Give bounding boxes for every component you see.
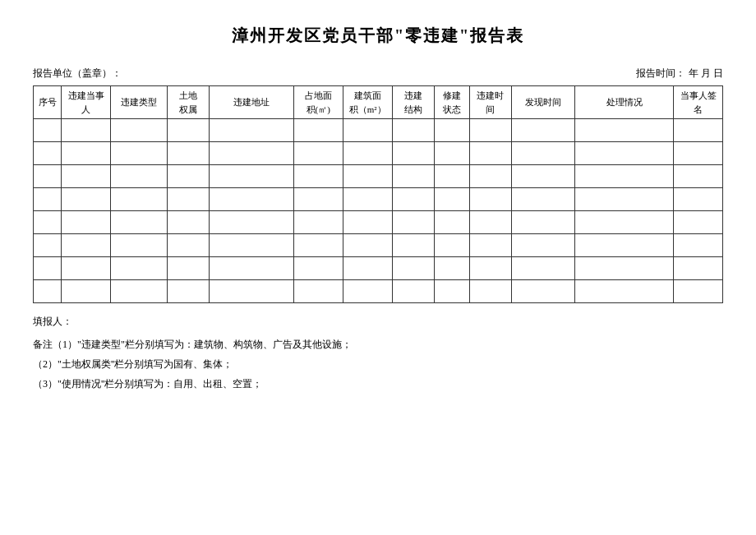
table-cell <box>343 188 392 211</box>
table-cell <box>167 119 209 142</box>
table-cell <box>293 211 343 234</box>
page: 漳州开发区党员干部"零违建"报告表 报告单位（盖章）： 报告时间： 年 月 日 … <box>0 0 756 535</box>
table-cell <box>111 280 167 303</box>
table-cell <box>434 165 469 188</box>
table-cell <box>293 188 343 211</box>
table-cell <box>34 165 62 188</box>
table-cell <box>343 119 392 142</box>
table-cell <box>34 280 62 303</box>
table-row <box>34 257 723 280</box>
table-cell <box>575 257 674 280</box>
col-found-time: 发现时间 <box>512 86 575 119</box>
report-unit: 报告单位（盖章）： <box>33 67 122 81</box>
table-cell <box>434 188 469 211</box>
table-cell <box>674 119 723 142</box>
table-cell <box>674 142 723 165</box>
table-cell <box>62 257 111 280</box>
table-cell <box>210 119 294 142</box>
report-time-label: 报告时间： <box>636 67 685 81</box>
table-cell <box>674 211 723 234</box>
table-row <box>34 188 723 211</box>
table-cell <box>111 234 167 257</box>
table-cell <box>293 280 343 303</box>
table-cell <box>293 234 343 257</box>
table-cell <box>469 165 511 188</box>
table-cell <box>434 119 469 142</box>
table-cell <box>674 234 723 257</box>
table-cell <box>392 280 434 303</box>
table-cell <box>512 257 575 280</box>
table-cell <box>167 211 209 234</box>
table-cell <box>34 119 62 142</box>
report-time-value: 年 月 日 <box>689 67 723 81</box>
table-cell <box>167 257 209 280</box>
note3: （3）"使用情况''栏分别填写为：自用、出租、空置； <box>33 374 723 394</box>
table-cell <box>34 234 62 257</box>
col-address: 违建地址 <box>210 86 294 119</box>
table-row <box>34 119 723 142</box>
table-cell <box>167 280 209 303</box>
footer-section: 填报人： 备注（1）"违建类型"栏分别填写为：建筑物、构筑物、广告及其他设施； … <box>33 311 723 394</box>
table-cell <box>34 142 62 165</box>
table-cell <box>62 119 111 142</box>
table-cell <box>575 211 674 234</box>
table-cell <box>469 257 511 280</box>
table-row <box>34 211 723 234</box>
table-cell <box>343 165 392 188</box>
col-struct: 违建结构 <box>392 86 434 119</box>
col-sign: 当事人签名 <box>674 86 723 119</box>
table-cell <box>469 280 511 303</box>
table-cell <box>167 234 209 257</box>
table-cell <box>392 188 434 211</box>
table-cell <box>62 234 111 257</box>
table-cell <box>293 119 343 142</box>
table-cell <box>111 119 167 142</box>
table-cell <box>469 142 511 165</box>
table-cell <box>434 234 469 257</box>
table-row <box>34 234 723 257</box>
table-cell <box>434 211 469 234</box>
col-build-time: 违建时间 <box>469 86 511 119</box>
table-cell <box>392 234 434 257</box>
col-person: 违建当事人 <box>62 86 111 119</box>
col-area1: 占地面积(㎡) <box>293 86 343 119</box>
table-cell <box>343 234 392 257</box>
table-cell <box>34 188 62 211</box>
table-cell <box>434 142 469 165</box>
table-cell <box>210 188 294 211</box>
table-cell <box>575 234 674 257</box>
table-cell <box>512 119 575 142</box>
table-header-row: 序号 违建当事人 违建类型 土地权属 违建地址 占地面积(㎡) 建筑面积（m²）… <box>34 86 723 119</box>
col-status: 修建状态 <box>434 86 469 119</box>
table-cell <box>392 119 434 142</box>
table-cell <box>62 165 111 188</box>
note1: 备注（1）"违建类型"栏分别填写为：建筑物、构筑物、广告及其他设施； <box>33 334 723 354</box>
col-land: 土地权属 <box>167 86 209 119</box>
col-seq: 序号 <box>34 86 62 119</box>
table-cell <box>111 188 167 211</box>
table-cell <box>293 142 343 165</box>
table-cell <box>62 280 111 303</box>
table-cell <box>167 165 209 188</box>
table-cell <box>674 257 723 280</box>
table-cell <box>575 165 674 188</box>
table-cell <box>392 165 434 188</box>
table-cell <box>62 142 111 165</box>
table-cell <box>512 234 575 257</box>
table-cell <box>210 165 294 188</box>
table-row <box>34 165 723 188</box>
table-cell <box>434 257 469 280</box>
table-cell <box>392 257 434 280</box>
table-cell <box>343 211 392 234</box>
filler-line: 填报人： <box>33 311 723 331</box>
table-cell <box>111 211 167 234</box>
table-cell <box>343 280 392 303</box>
report-table: 序号 违建当事人 违建类型 土地权属 违建地址 占地面积(㎡) 建筑面积（m²）… <box>33 85 723 303</box>
report-time: 报告时间： 年 月 日 <box>636 67 723 81</box>
table-cell <box>575 142 674 165</box>
table-cell <box>62 188 111 211</box>
table-cell <box>469 211 511 234</box>
header-row: 报告单位（盖章）： 报告时间： 年 月 日 <box>33 67 723 81</box>
table-cell <box>62 211 111 234</box>
table-cell <box>469 234 511 257</box>
